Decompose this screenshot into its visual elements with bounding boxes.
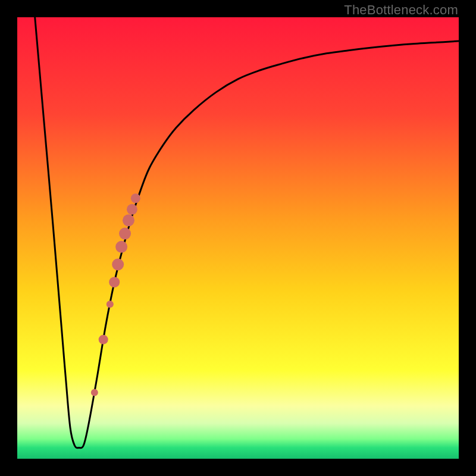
chart-svg — [17, 17, 459, 459]
data-point — [115, 241, 127, 253]
data-point — [109, 277, 120, 287]
data-point — [112, 259, 124, 271]
plot-area — [17, 17, 459, 459]
data-point — [91, 389, 98, 396]
data-point — [107, 300, 114, 308]
data-point — [123, 214, 134, 226]
data-point — [99, 335, 108, 345]
chart-frame: TheBottleneck.com — [0, 0, 476, 476]
gradient-background — [17, 17, 459, 459]
data-point — [119, 228, 131, 240]
data-point — [131, 193, 140, 203]
data-point — [127, 204, 137, 215]
attribution-label: TheBottleneck.com — [344, 2, 458, 18]
